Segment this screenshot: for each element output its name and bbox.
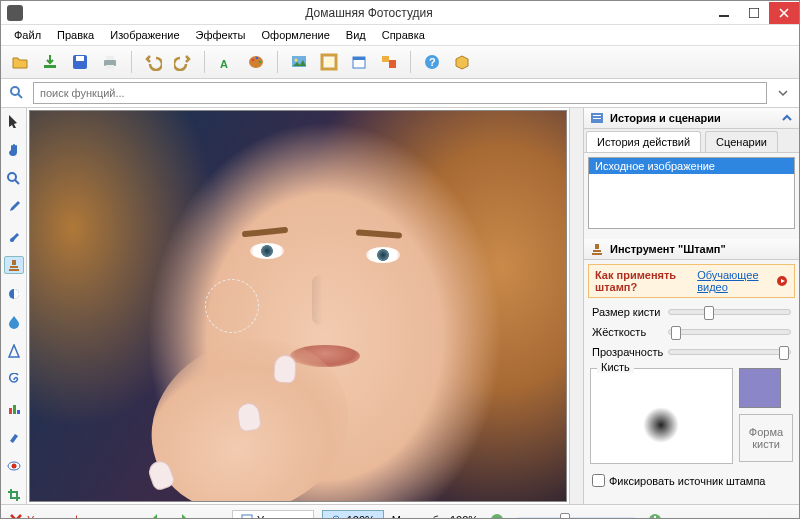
eyedropper-tool-icon[interactable] — [4, 198, 24, 217]
svg-point-11 — [256, 57, 259, 60]
close-button[interactable] — [769, 2, 799, 24]
collapse-icon[interactable] — [781, 112, 793, 124]
hand-tool-icon[interactable] — [4, 141, 24, 160]
svg-rect-28 — [17, 410, 20, 414]
svg-rect-6 — [106, 56, 114, 60]
tutorial-link[interactable]: Обучающее видео — [697, 269, 768, 293]
maximize-button[interactable] — [739, 2, 769, 24]
export-icon[interactable] — [37, 49, 63, 75]
help-icon[interactable]: ? — [419, 49, 445, 75]
text-icon[interactable]: A — [213, 49, 239, 75]
bottom-toolbar: Удалить фото Уместить 100% Масштаб: 100% — [1, 504, 799, 519]
svg-rect-1 — [749, 8, 759, 18]
prev-button[interactable] — [144, 509, 166, 520]
history-item[interactable]: Исходное изображение — [589, 158, 794, 174]
fix-source-checkbox[interactable] — [592, 474, 605, 487]
delete-photo-button[interactable]: Удалить фото — [9, 513, 98, 520]
calendar-icon[interactable] — [346, 49, 372, 75]
svg-rect-35 — [242, 515, 252, 520]
image-canvas[interactable] — [29, 110, 567, 502]
zoom-100-button[interactable]: 100% — [322, 510, 384, 520]
vertical-scrollbar[interactable] — [569, 108, 583, 504]
brush-shape-button[interactable]: Форма кисти — [739, 414, 793, 462]
zoom-out-button[interactable] — [486, 509, 508, 520]
menu-edit[interactable]: Правка — [50, 27, 101, 43]
open-icon[interactable] — [7, 49, 33, 75]
spiral-tool-icon[interactable] — [4, 370, 24, 389]
history-icon — [590, 111, 604, 125]
stamp-icon — [590, 242, 604, 256]
svg-point-12 — [259, 61, 262, 64]
print-icon[interactable] — [97, 49, 123, 75]
package-icon[interactable] — [449, 49, 475, 75]
redeye-tool-icon[interactable] — [4, 457, 24, 476]
tab-scenarios[interactable]: Сценарии — [705, 131, 778, 152]
tutorial-hint: Как применять штамп? Обучающее видео — [588, 264, 795, 298]
menu-effects[interactable]: Эффекты — [189, 27, 253, 43]
brush-blob — [643, 407, 679, 443]
brush-size-slider[interactable] — [668, 309, 791, 315]
history-tabs: История действий Сценарии — [584, 129, 799, 153]
tool-palette — [1, 108, 27, 504]
tool-panel-header: Инструмент "Штамп" — [584, 239, 799, 260]
svg-rect-0 — [719, 15, 729, 17]
minimize-button[interactable] — [709, 2, 739, 24]
opacity-row: Прозрачность — [584, 342, 799, 362]
color-swatch[interactable] — [739, 368, 781, 408]
tab-history[interactable]: История действий — [586, 131, 701, 152]
frame-icon[interactable] — [316, 49, 342, 75]
zoom-in-button[interactable] — [644, 509, 666, 520]
brush-size-row: Размер кисти — [584, 302, 799, 322]
svg-point-37 — [491, 514, 503, 520]
svg-rect-18 — [353, 57, 365, 60]
menu-view[interactable]: Вид — [339, 27, 373, 43]
image-insert-icon[interactable] — [286, 49, 312, 75]
opacity-slider[interactable] — [668, 349, 791, 355]
menu-image[interactable]: Изображение — [103, 27, 186, 43]
svg-rect-2 — [44, 65, 56, 68]
svg-rect-20 — [389, 60, 396, 68]
video-icon — [776, 275, 788, 287]
history-list[interactable]: Исходное изображение — [588, 157, 795, 229]
save-icon[interactable] — [67, 49, 93, 75]
opacity-label: Прозрачность — [592, 346, 662, 358]
history-title: История и сценарии — [610, 112, 775, 124]
search-dropdown[interactable] — [773, 83, 793, 103]
canvas-area — [27, 108, 569, 504]
sharpen-tool-icon[interactable] — [4, 342, 24, 361]
svg-rect-19 — [382, 56, 389, 62]
stamp-tool-icon[interactable] — [4, 256, 24, 275]
menu-file[interactable]: Файл — [7, 27, 48, 43]
undo-icon[interactable] — [140, 49, 166, 75]
svg-point-23 — [11, 87, 19, 95]
tool-title: Инструмент "Штамп" — [610, 243, 793, 255]
hardness-label: Жёсткость — [592, 326, 662, 338]
brush-size-label: Размер кисти — [592, 306, 662, 318]
titlebar: Домашняя Фотостудия — [1, 1, 799, 25]
svg-rect-33 — [593, 118, 601, 119]
redo-icon[interactable] — [170, 49, 196, 75]
pointer-tool-icon[interactable] — [4, 112, 24, 131]
svg-point-30 — [11, 463, 16, 468]
next-button[interactable] — [174, 509, 196, 520]
brush-tool-icon[interactable] — [4, 227, 24, 246]
svg-point-14 — [295, 59, 298, 62]
levels-tool-icon[interactable] — [4, 399, 24, 418]
menu-help[interactable]: Справка — [375, 27, 432, 43]
zoom-tool-icon[interactable] — [4, 169, 24, 188]
svg-text:A: A — [220, 58, 228, 70]
menu-design[interactable]: Оформление — [255, 27, 337, 43]
collage-icon[interactable] — [376, 49, 402, 75]
crop-tool-icon[interactable] — [4, 485, 24, 504]
hardness-slider[interactable] — [668, 329, 791, 335]
search-icon — [7, 83, 27, 103]
search-input[interactable] — [33, 82, 767, 104]
palette-icon[interactable] — [243, 49, 269, 75]
brush-preview-label: Кисть — [597, 361, 634, 373]
contrast-tool-icon[interactable] — [4, 284, 24, 303]
svg-text:?: ? — [429, 56, 436, 68]
svg-rect-27 — [13, 405, 16, 414]
blur-tool-icon[interactable] — [4, 313, 24, 332]
smudge-tool-icon[interactable] — [4, 428, 24, 447]
fit-button[interactable]: Уместить — [232, 510, 314, 520]
